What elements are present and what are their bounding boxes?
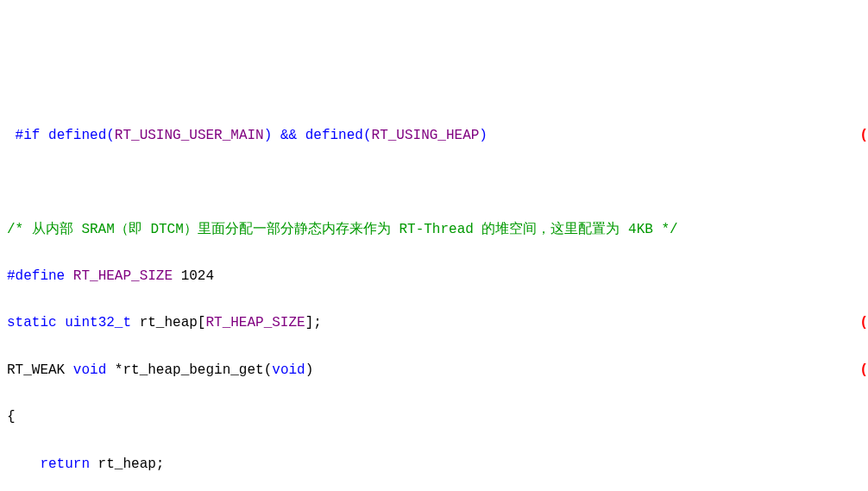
code-line: #define RT_HEAP_SIZE 1024 [7,265,868,288]
code-line: static uint32_t rt_heap[RT_HEAP_SIZE];( [7,312,868,335]
func-name: rt_heap_begin_get [123,362,263,378]
comment-text: /* 从内部 SRAM（即 DTCM）里面分配一部分静态内存来作为 RT-Thr… [7,222,678,237]
var-decl: rt_heap[ [140,315,206,330]
preproc-define: #define [7,268,65,284]
paren: ( [264,362,273,378]
paren: ) [264,128,273,143]
space [131,315,140,330]
static-kw: static [7,315,57,330]
space [65,268,73,284]
code-line: { [7,406,868,429]
paren: ) [305,362,314,378]
close-bracket: ]; [305,315,322,330]
space [40,128,48,143]
code-view: #if defined(RT_USING_USER_MAIN) && defin… [7,101,861,491]
indent [7,128,16,143]
truncation-marker-icon: ( [859,124,868,148]
code-line: #if defined(RT_USING_USER_MAIN) && defin… [7,124,868,148]
return-expr: rt_heap; [90,456,164,472]
void-kw: void [272,362,305,378]
paren: ( [363,128,372,143]
type-name: uint32_t [65,315,131,330]
weak-attr: RT_WEAK [7,362,65,378]
code-line: return rt_heap; [7,453,868,476]
defined-kw: defined [305,128,363,143]
truncation-marker-icon: ( [859,359,868,382]
and-op: && [272,128,305,143]
defined-kw: defined [48,128,106,143]
indent [7,456,40,472]
truncation-marker-icon: ( [859,312,868,335]
code-line: RT_WEAK void *rt_heap_begin_get(void)( [7,359,868,382]
return-kw: return [40,456,90,472]
macro-name: RT_USING_HEAP [372,128,480,143]
code-line-blank [7,171,868,194]
macro-value: 1024 [173,268,214,284]
ptr: * [106,362,123,378]
paren: ) [479,128,487,143]
macro-name: RT_HEAP_SIZE [205,315,305,330]
code-line: /* 从内部 SRAM（即 DTCM）里面分配一部分静态内存来作为 RT-Thr… [7,218,868,242]
space [57,315,66,330]
paren: ( [106,128,115,143]
void-kw: void [73,362,106,378]
macro-name: RT_HEAP_SIZE [73,268,173,284]
space [65,362,73,378]
brace: { [7,409,16,425]
preproc-if: #if [16,128,41,143]
macro-name: RT_USING_USER_MAIN [115,128,264,143]
